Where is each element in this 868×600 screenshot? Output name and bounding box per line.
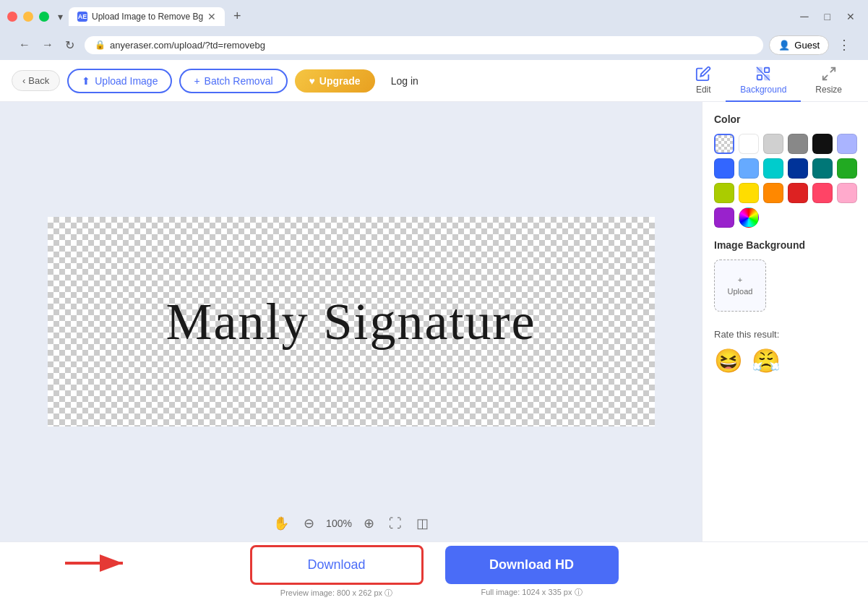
rate-happy-emoji[interactable]: 😆 xyxy=(714,347,743,374)
upload-image-button[interactable]: ⬆ Upload Image xyxy=(67,69,172,93)
download-label: Download xyxy=(307,557,365,572)
canvas-wrapper: Manly Signature xyxy=(0,102,702,541)
heart-icon: ♥ xyxy=(309,75,315,87)
upload-label: Upload Image xyxy=(95,75,158,87)
address-bar[interactable]: 🔒 anyeraser.com/upload/?td=removebg xyxy=(85,36,763,54)
minimize-btn[interactable]: ─ xyxy=(794,9,814,25)
svg-rect-1 xyxy=(765,67,769,72)
rate-title: Rate this result: xyxy=(714,329,856,340)
color-swatch-transparent[interactable] xyxy=(714,134,734,154)
svg-line-6 xyxy=(822,74,827,79)
signature-text: Manly Signature xyxy=(166,292,536,352)
color-swatch-cyan[interactable] xyxy=(763,158,783,179)
upgrade-button[interactable]: ♥ Upgrade xyxy=(295,69,375,93)
tab-close-btn[interactable]: ✕ xyxy=(207,11,216,22)
zoom-controls: ✋ ⊖ 100% ⊕ ⛶ ◫ xyxy=(270,513,431,534)
upload-plus-icon: + xyxy=(738,275,742,284)
full-info: Full image: 1024 x 335 px ⓘ xyxy=(481,587,582,598)
back-nav-btn[interactable]: ← xyxy=(14,35,35,55)
plus-icon: + xyxy=(194,75,199,87)
color-swatch-white[interactable] xyxy=(739,134,759,154)
edit-label: Edit xyxy=(696,85,711,95)
color-swatch-orange[interactable] xyxy=(763,183,783,203)
upgrade-label: Upgrade xyxy=(319,75,361,87)
compare-btn[interactable]: ◫ xyxy=(413,513,431,534)
svg-line-4 xyxy=(757,67,770,80)
back-chevron-icon: ‹ xyxy=(22,75,25,86)
color-swatch-black[interactable] xyxy=(812,134,833,154)
tool-background-btn[interactable]: Background xyxy=(726,60,801,102)
content-area: Manly Signature ✋ ⊖ 100% ⊕ ⛶ ◫ Color xyxy=(0,102,868,541)
download-button[interactable]: Download xyxy=(250,545,424,585)
window-close-btn[interactable] xyxy=(7,12,17,22)
window-min-btn[interactable] xyxy=(23,12,33,22)
back-label: Back xyxy=(28,75,49,86)
right-sidebar: Color xyxy=(702,102,868,541)
color-swatch-yellow[interactable] xyxy=(739,183,759,203)
back-button[interactable]: ‹ Back xyxy=(12,70,60,91)
download-wrapper: Download Preview image: 800 x 262 px ⓘ xyxy=(250,545,424,599)
color-grid xyxy=(714,134,856,228)
tab-dropdown-btn[interactable]: ▾ xyxy=(58,11,63,22)
color-swatch-teal[interactable] xyxy=(812,158,833,179)
color-swatch-blue[interactable] xyxy=(714,158,734,179)
resize-label: Resize xyxy=(815,85,842,95)
color-section-title: Color xyxy=(714,113,856,125)
app-header: ‹ Back ⬆ Upload Image + Batch Removal ♥ … xyxy=(0,60,868,102)
resize-icon xyxy=(821,66,837,82)
maximize-btn[interactable]: □ xyxy=(819,9,836,25)
color-swatch-purple[interactable] xyxy=(714,207,734,228)
login-button[interactable]: Log in xyxy=(382,69,427,93)
browser-tabs: AE Upload Image to Remove Bg ✕ + xyxy=(69,6,247,27)
download-hd-label: Download HD xyxy=(489,557,574,572)
tool-edit-btn[interactable]: Edit xyxy=(681,60,726,102)
url-text: anyeraser.com/upload/?td=removebg xyxy=(110,40,753,51)
color-swatch-pink[interactable] xyxy=(812,183,833,203)
bottom-bar: Download Preview image: 800 x 262 px ⓘ D… xyxy=(0,541,868,600)
reload-btn[interactable]: ↻ xyxy=(61,35,79,55)
zoom-in-btn[interactable]: ⊕ xyxy=(361,513,377,534)
color-swatch-bluelight[interactable] xyxy=(837,134,857,154)
active-tab[interactable]: AE Upload Image to Remove Bg ✕ xyxy=(69,7,225,26)
lock-icon: 🔒 xyxy=(95,40,106,50)
background-icon xyxy=(755,66,771,82)
rate-section: Rate this result: 😆 😤 xyxy=(714,329,856,374)
rate-angry-emoji[interactable]: 😤 xyxy=(752,347,781,374)
forward-nav-btn[interactable]: → xyxy=(38,35,58,55)
new-tab-btn[interactable]: + xyxy=(228,6,247,27)
fullscreen-btn[interactable]: ⛶ xyxy=(386,513,405,534)
color-swatch-skyblue[interactable] xyxy=(739,158,759,179)
upload-bg-button[interactable]: + Upload xyxy=(714,260,766,312)
edit-icon xyxy=(695,66,711,82)
zoom-level: 100% xyxy=(326,518,352,529)
zoom-out-btn[interactable]: ⊖ xyxy=(301,513,317,534)
pan-tool-btn[interactable]: ✋ xyxy=(270,513,292,534)
color-swatch-lightpink[interactable] xyxy=(837,183,857,203)
color-swatch-red[interactable] xyxy=(788,183,808,203)
guest-icon: 👤 xyxy=(778,40,790,51)
batch-label: Batch Removal xyxy=(205,75,273,87)
color-swatch-green[interactable] xyxy=(837,158,857,179)
upload-icon: ⬆ xyxy=(82,75,90,87)
window-x-btn[interactable]: ✕ xyxy=(841,9,861,25)
download-hd-wrapper: Download HD Full image: 1024 x 335 px ⓘ xyxy=(445,546,619,598)
color-swatch-darkblue[interactable] xyxy=(788,158,808,179)
tool-resize-btn[interactable]: Resize xyxy=(801,60,856,102)
color-swatch-gray[interactable] xyxy=(788,134,808,154)
svg-line-5 xyxy=(830,67,834,72)
color-swatch-yellowgreen[interactable] xyxy=(714,183,734,203)
batch-removal-button[interactable]: + Batch Removal xyxy=(179,69,287,93)
download-hd-button[interactable]: Download HD xyxy=(445,546,619,584)
browser-chrome: ▾ AE Upload Image to Remove Bg ✕ + ─ □ ✕… xyxy=(0,0,868,60)
color-swatch-rainbow[interactable] xyxy=(739,207,759,228)
browser-addressbar: ← → ↻ 🔒 anyeraser.com/upload/?td=removeb… xyxy=(7,31,861,60)
guest-button[interactable]: 👤 Guest xyxy=(769,35,829,55)
tab-title: Upload Image to Remove Bg xyxy=(92,12,203,22)
login-label: Log in xyxy=(391,75,418,87)
window-max-btn[interactable] xyxy=(39,12,49,22)
upload-bg-label: Upload xyxy=(728,287,753,296)
color-swatch-lightgray[interactable] xyxy=(763,134,783,154)
image-bg-section: Image Background + Upload xyxy=(714,239,856,312)
browser-menu-btn[interactable]: ⋮ xyxy=(835,34,854,56)
background-label: Background xyxy=(740,85,786,95)
